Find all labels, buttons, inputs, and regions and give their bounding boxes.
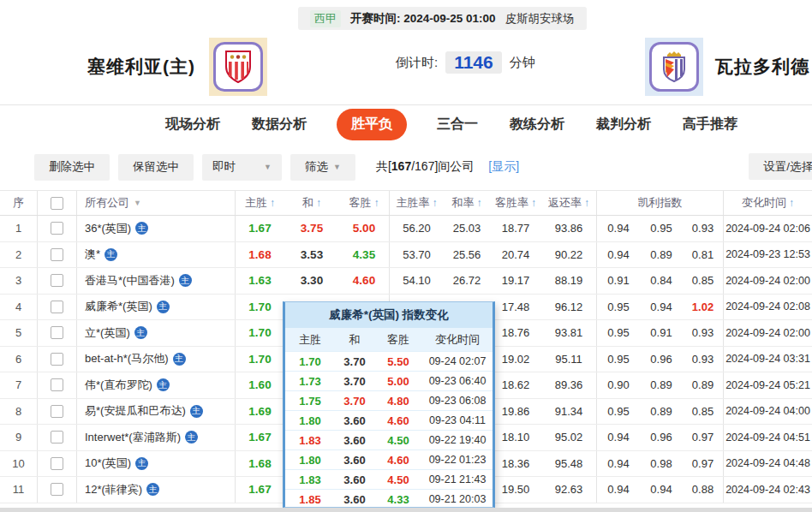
row-checkbox[interactable] [51, 222, 63, 235]
sort-up-icon: ↑ [477, 197, 482, 209]
company-cell[interactable]: Interwet*(塞浦路斯) 主 [77, 425, 236, 450]
popup-draw-odds: 3.70 [335, 375, 374, 388]
tab-data-analysis[interactable]: 数据分析 [250, 109, 308, 140]
select-all-checkbox[interactable] [51, 197, 63, 210]
popup-draw-odds: 3.70 [335, 395, 374, 408]
popup-away-odds: 4.50 [374, 473, 422, 486]
keep-selected-button[interactable]: 保留选中 [118, 154, 194, 181]
away-rate: 20.74 [490, 248, 541, 261]
row-index: 5 [0, 320, 38, 346]
company-name: Interwet*(塞浦路斯) [85, 430, 181, 445]
popup-history-row: 1.75 3.70 4.80 09-23 06:08 [285, 390, 493, 410]
popup-history-row: 1.80 3.60 4.60 09-23 04:11 [285, 410, 493, 430]
home-odds: 1.60 [236, 378, 284, 391]
company-cell[interactable]: 伟*(直布罗陀) 主 [77, 372, 236, 398]
popup-home-odds: 1.83 [285, 473, 335, 486]
draw-odds: 3.30 [284, 274, 339, 287]
popup-history-row: 1.85 3.60 4.33 09-21 20:03 [285, 489, 493, 509]
tab-win-draw-lose[interactable]: 胜平负 [337, 109, 407, 140]
company-cell[interactable]: 香港马*(中国香港) 主 [77, 268, 236, 294]
col-company[interactable]: 所有公司▼ [77, 191, 236, 215]
kelly-draw: 0.91 [640, 326, 683, 339]
company-cell[interactable]: 澳* 主 [77, 242, 236, 268]
col-draw-rate[interactable]: 和率↑ [444, 195, 490, 211]
col-away-odds[interactable]: 客胜↑ [339, 191, 390, 215]
col-home-odds[interactable]: 主胜↑ [236, 195, 284, 211]
popup-home-odds: 1.73 [285, 375, 335, 388]
tab-three-in-one[interactable]: 三合一 [435, 109, 480, 140]
home-badge-icon: 主 [135, 457, 148, 470]
kelly-home: 0.95 [597, 353, 640, 366]
time-filter-select[interactable]: 即时 ▼ [202, 154, 282, 181]
delete-selected-button[interactable]: 删除选中 [34, 154, 110, 181]
tab-coach-analysis[interactable]: 教练分析 [508, 109, 566, 140]
company-cell[interactable]: 威廉希*(英国) 主 [77, 295, 236, 320]
row-checkbox[interactable] [51, 274, 63, 287]
change-time: 2024-09-24 02:00 [724, 275, 812, 287]
row-index: 4 [0, 295, 38, 320]
col-return-rate[interactable]: 返还率↑ [541, 191, 597, 215]
row-checkbox[interactable] [51, 353, 63, 366]
company-cell[interactable]: 12*(菲律宾) 主 [77, 477, 236, 503]
change-time: 2024-09-24 02:00 [724, 327, 812, 339]
row-checkbox[interactable] [51, 301, 63, 313]
row-checkbox[interactable] [51, 378, 63, 391]
kelly-home: 0.94 [597, 248, 640, 261]
row-checkbox[interactable] [51, 248, 63, 261]
tab-live-analysis[interactable]: 现场分析 [164, 109, 222, 140]
kelly-draw: 0.96 [640, 431, 683, 444]
tab-expert-picks[interactable]: 高手推荐 [681, 109, 739, 140]
home-badge-icon: 主 [179, 274, 192, 287]
col-home-rate[interactable]: 主胜率↑ [390, 195, 444, 211]
draw-rate: 26.72 [444, 274, 490, 287]
company-name: 12*(菲律宾) [85, 482, 142, 497]
col-kelly: 凯利指数 [597, 191, 724, 215]
company-count: 共[167/167]间公司 [376, 159, 474, 175]
odds-history-popup: 威廉希*(英国) 指数变化 主胜 和 客胜 变化时间 1.70 3.70 5.5… [283, 301, 495, 508]
table-row: 3 香港马*(中国香港) 主 1.63 3.30 4.60 54.10 26.7… [0, 268, 812, 295]
sort-up-icon: ↑ [433, 197, 438, 209]
row-checkbox[interactable] [51, 431, 63, 444]
row-checkbox-cell [38, 451, 77, 477]
popup-away-odds: 4.33 [374, 493, 422, 506]
popup-away-odds: 5.00 [374, 375, 422, 388]
company-cell[interactable]: 36*(英国) 主 [77, 216, 236, 241]
company-cell[interactable]: 易*(安提瓜和巴布达) 主 [77, 399, 236, 425]
sort-up-icon: ↑ [531, 197, 536, 209]
company-cell[interactable]: bet-at-h*(马尔他) 主 [77, 347, 236, 372]
home-rate: 54.10 [390, 274, 444, 287]
row-checkbox[interactable] [51, 483, 63, 496]
col-change-time[interactable]: 变化时间↑ [724, 195, 812, 211]
popup-draw-odds: 3.70 [335, 355, 374, 368]
filter-dropdown[interactable]: 筛选 ▼ [290, 154, 355, 181]
horizontal-scrollbar[interactable] [0, 508, 812, 512]
sort-up-icon: ↑ [789, 197, 794, 209]
change-time: 2024-09-24 02:43 [724, 484, 812, 496]
popup-draw-odds: 3.60 [335, 414, 374, 427]
away-rate: 19.17 [490, 274, 541, 287]
countdown: 倒计时: 1146 分钟 [396, 51, 535, 74]
away-team-crest [645, 38, 703, 96]
kelly-draw: 0.89 [640, 248, 683, 261]
company-cell[interactable]: 立*(英国) 主 [77, 320, 236, 346]
popup-home-odds: 1.80 [285, 454, 335, 467]
row-checkbox[interactable] [51, 457, 63, 470]
company-cell[interactable]: 10*(英国) 主 [77, 451, 236, 477]
settings-button[interactable]: 设置/选择 [749, 153, 812, 180]
company-name: 伟*(直布罗陀) [85, 378, 152, 393]
col-away-rate[interactable]: 客胜率↑ [490, 195, 541, 211]
popup-draw-odds: 3.60 [335, 454, 374, 467]
tab-referee-analysis[interactable]: 裁判分析 [594, 109, 653, 140]
show-link[interactable]: [显示] [488, 159, 519, 175]
sort-up-icon: ↑ [270, 197, 275, 209]
return-rate: 89.36 [541, 372, 597, 398]
home-team: 塞维利亚(主) [87, 38, 267, 96]
popup-home-odds: 1.80 [285, 414, 335, 427]
row-checkbox[interactable] [51, 326, 63, 339]
kelly-away: 0.88 [683, 477, 724, 503]
change-time: 2024-09-24 03:31 [724, 353, 812, 365]
row-checkbox[interactable] [51, 405, 63, 418]
return-rate: 96.12 [541, 295, 597, 320]
home-odds: 1.70 [236, 326, 284, 339]
col-draw-odds[interactable]: 和↑ [284, 195, 339, 211]
